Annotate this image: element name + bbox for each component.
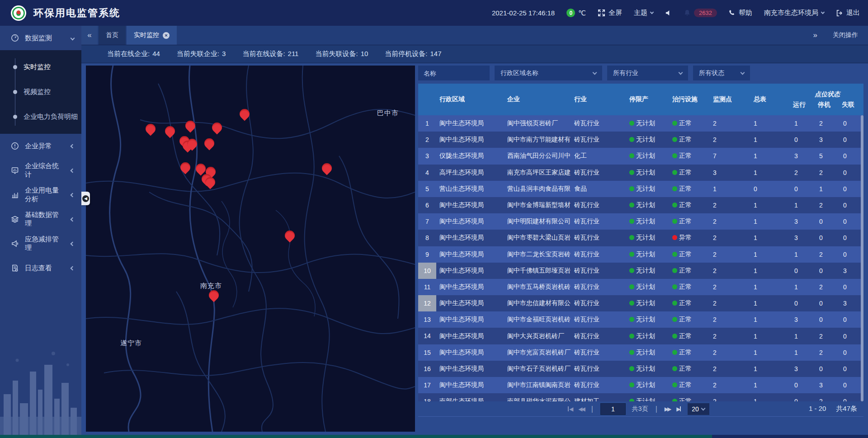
map-marker-pin[interactable] bbox=[180, 162, 190, 172]
table-row[interactable]: 15 阆中生态环境局 阆中市光富页岩机砖厂 砖瓦行业 无计划 正常 2 1 1 … bbox=[418, 344, 863, 361]
fullscreen-button[interactable]: 全屏 bbox=[598, 9, 622, 17]
map-marker-pin[interactable] bbox=[205, 177, 215, 187]
map-marker-pin[interactable] bbox=[146, 124, 156, 134]
cell-industry: 化工 bbox=[571, 152, 626, 160]
org-dropdown[interactable]: 南充市生态环境局 bbox=[764, 9, 824, 17]
sidebar-subitem[interactable]: 实时监控 bbox=[0, 55, 81, 80]
table-row[interactable]: 2 阆中生态环境局 阆中市南方节能建材有 砖瓦行业 无计划 正常 2 1 0 3… bbox=[418, 132, 863, 148]
cell-halt: 2 bbox=[816, 398, 840, 401]
sidebar-item-company-abnormal[interactable]: 企业异常 bbox=[0, 134, 81, 158]
industry-filter-select[interactable]: 所有行业 bbox=[607, 66, 688, 80]
cell-monitor: 2 bbox=[710, 136, 750, 143]
table-scrollbar[interactable] bbox=[861, 115, 863, 401]
theme-dropdown[interactable]: 主题 bbox=[634, 9, 653, 17]
table-row[interactable]: 18 南部生态环境局 南部县磁华水泥有限公 建材加工 无计划 正常 2 1 0 … bbox=[418, 393, 863, 401]
table-row[interactable]: 7 阆中生态环境局 阆中明阳建材有限公司 砖瓦行业 无计划 正常 2 1 3 0… bbox=[418, 213, 863, 230]
table-row[interactable]: 6 阆中生态环境局 阆中市金博瑞新型墙材 砖瓦行业 无计划 正常 2 1 1 2… bbox=[418, 197, 863, 213]
divider: | bbox=[591, 405, 593, 413]
map-marker-pin[interactable] bbox=[196, 164, 206, 174]
tabs-scroll-right-button[interactable]: » bbox=[813, 31, 817, 40]
region-filter-select[interactable]: 行政区域名称 bbox=[495, 66, 602, 80]
logout-button[interactable]: 退出 bbox=[836, 9, 860, 17]
cell-region: 阆中生态环境局 bbox=[436, 136, 504, 144]
sidebar-item-base-data[interactable]: 基础数据管理 bbox=[0, 207, 81, 231]
status-dot bbox=[629, 366, 634, 371]
cell-meter: 1 bbox=[750, 202, 791, 209]
cell-stop-status: 无计划 bbox=[626, 283, 669, 291]
sidebar-subitem[interactable]: 企业电力负荷明细 bbox=[0, 104, 81, 129]
map-panel[interactable]: 巴中市 南充市 遂宁市 bbox=[86, 66, 415, 432]
table-row[interactable]: 9 阆中生态环境局 阆中市二龙长宝页岩砖 砖瓦行业 无计划 正常 2 1 1 2… bbox=[418, 246, 863, 263]
close-operations-dropdown[interactable]: 关闭操作 bbox=[833, 31, 858, 39]
cell-facility-status: 正常 bbox=[669, 136, 710, 144]
table-row[interactable]: 17 阆中生态环境局 阆中市江南镇阆南页岩 砖瓦行业 无计划 正常 2 1 0 … bbox=[418, 377, 863, 393]
prev-page-button[interactable]: ◀◀ bbox=[578, 406, 584, 412]
cell-company: 阆中市石子页岩机砖厂 bbox=[504, 365, 571, 373]
tab-realtime-monitor[interactable]: 实时监控 × bbox=[127, 26, 177, 45]
map-marker-pin[interactable] bbox=[204, 138, 214, 148]
table-row[interactable]: 12 阆中生态环境局 阆中市忠信建材有限公 砖瓦行业 无计划 正常 2 1 0 … bbox=[418, 295, 863, 311]
cell-meter: 1 bbox=[750, 398, 791, 401]
row-index: 8 bbox=[418, 230, 436, 246]
sidebar-subitem[interactable]: 视频监控 bbox=[0, 80, 81, 104]
cell-industry: 砖瓦行业 bbox=[571, 234, 626, 242]
table-row[interactable]: 8 阆中生态环境局 阆中市枣碧大梁山页岩 砖瓦行业 无计划 异常 2 1 3 0… bbox=[418, 230, 863, 246]
table-row[interactable]: 4 高坪生态环境局 南充市高坪区王家店建 砖瓦行业 无计划 正常 3 1 2 2… bbox=[418, 165, 863, 181]
name-filter-input[interactable] bbox=[418, 66, 490, 80]
page-number-input[interactable] bbox=[600, 403, 626, 415]
cell-industry: 砖瓦行业 bbox=[571, 381, 626, 389]
table-row[interactable]: 3 仪陇生态环境局 西南油气田分公司川中 化工 无计划 正常 7 1 3 5 0 bbox=[418, 148, 863, 164]
map-marker-pin[interactable] bbox=[165, 126, 175, 136]
cell-stop-status: 无计划 bbox=[626, 136, 669, 144]
table-row[interactable]: 14 阆中生态环境局 阆中大兴页岩机砖厂 砖瓦行业 无计划 正常 2 1 1 2… bbox=[418, 328, 863, 344]
table-row[interactable]: 5 营山生态环境局 营山县润丰肉食品有限 食品 无计划 正常 1 0 0 1 0 bbox=[418, 181, 863, 197]
chevron-left-icon bbox=[71, 168, 75, 173]
col-lost: 失联 bbox=[840, 101, 863, 109]
table-row[interactable]: 13 阆中生态环境局 阆中市金福旺页岩机砖 砖瓦行业 无计划 正常 2 1 3 … bbox=[418, 311, 863, 328]
status-dot bbox=[629, 382, 634, 387]
sidebar-item-company-stats[interactable]: 企业综合统计 bbox=[0, 158, 81, 183]
col-stop: 停限产 bbox=[626, 84, 669, 115]
cell-company: 阆中市五马桥页岩机砖 bbox=[504, 283, 571, 291]
map-marker-pin[interactable] bbox=[322, 163, 332, 173]
table-row[interactable]: 11 阆中生态环境局 阆中市五马桥页岩机砖 砖瓦行业 无计划 正常 2 1 1 … bbox=[418, 279, 863, 295]
sidebar-item-power-analysis[interactable]: 企业用电量分析 bbox=[0, 183, 81, 207]
tab-home[interactable]: 首页 bbox=[99, 26, 126, 45]
cell-stop-status: 无计划 bbox=[626, 267, 669, 275]
cell-stop-status: 无计划 bbox=[626, 299, 669, 307]
chevron-left-icon: ◀ bbox=[82, 195, 89, 202]
table-row[interactable]: 1 阆中生态环境局 阆中强锐页岩砖厂 砖瓦行业 无计划 正常 2 1 1 2 0 bbox=[418, 115, 863, 132]
map-marker-pin[interactable] bbox=[212, 122, 222, 132]
tabs-scroll-left-button[interactable]: « bbox=[81, 26, 98, 45]
table-row[interactable]: 16 阆中生态环境局 阆中市石子页岩机砖厂 砖瓦行业 无计划 正常 2 1 3 … bbox=[418, 361, 863, 377]
map-marker-pin[interactable] bbox=[209, 290, 219, 300]
map-marker-pin[interactable] bbox=[285, 231, 295, 240]
next-page-button[interactable]: ▶▶ bbox=[665, 406, 670, 412]
cell-halt: 3 bbox=[816, 381, 840, 389]
cell-meter: 1 bbox=[750, 152, 791, 160]
cell-stop-status: 无计划 bbox=[626, 332, 669, 340]
sidebar-item-logs[interactable]: 日志查看 bbox=[0, 256, 81, 280]
notifications[interactable]: 2632 bbox=[684, 9, 717, 17]
map-marker-pin[interactable] bbox=[185, 121, 195, 131]
table-row[interactable]: 10 阆中生态环境局 阆中千佛镇五郎垭页岩 砖瓦行业 无计划 正常 2 1 0 … bbox=[418, 263, 863, 279]
cell-region: 阆中生态环境局 bbox=[436, 365, 504, 373]
sidebar-collapse-handle[interactable]: ◀ bbox=[81, 192, 90, 205]
page-size-select[interactable]: 20 bbox=[688, 403, 709, 415]
sidebar-item-data-monitor[interactable]: 数据监测 bbox=[0, 26, 81, 50]
cell-company: 阆中市忠信建材有限公 bbox=[504, 299, 571, 307]
last-page-button[interactable]: ▶ bbox=[676, 406, 681, 412]
first-page-button[interactable]: ◀ bbox=[567, 406, 572, 412]
cell-industry: 砖瓦行业 bbox=[571, 283, 626, 291]
cell-halt: 5 bbox=[816, 152, 840, 160]
map-marker-pin[interactable] bbox=[187, 139, 197, 149]
map-marker-pin[interactable] bbox=[240, 109, 250, 119]
help-button[interactable]: 帮助 bbox=[729, 9, 752, 17]
status-dot bbox=[672, 284, 677, 289]
close-tab-icon[interactable]: × bbox=[163, 32, 170, 39]
cell-halt: 2 bbox=[816, 283, 840, 291]
sidebar-item-emergency[interactable]: 应急减排管理 bbox=[0, 231, 81, 256]
mute-button[interactable] bbox=[665, 9, 672, 16]
cell-lost: 0 bbox=[840, 218, 863, 225]
status-filter-select[interactable]: 所有状态 bbox=[693, 66, 750, 80]
